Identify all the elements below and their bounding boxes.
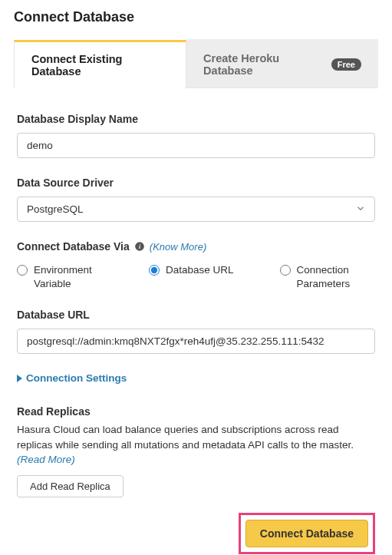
radio-env-input[interactable] bbox=[17, 265, 28, 276]
tab-label: Create Heroku Database bbox=[203, 52, 325, 77]
field-database-url: Database URL bbox=[17, 309, 375, 354]
field-connect-via: Connect Database Via i (Know More) Envir… bbox=[17, 240, 375, 290]
driver-label: Data Source Driver bbox=[17, 177, 375, 189]
read-replicas-desc: Hasura Cloud can load balance queries an… bbox=[17, 422, 375, 467]
display-name-label: Database Display Name bbox=[17, 113, 375, 125]
caret-right-icon bbox=[17, 375, 23, 382]
radio-url-label: Database URL bbox=[166, 263, 234, 277]
field-display-name: Database Display Name bbox=[17, 113, 375, 158]
connect-via-label: Connect Database Via bbox=[17, 240, 130, 253]
info-icon: i bbox=[134, 241, 145, 252]
field-driver: Data Source Driver PostgreSQL bbox=[17, 177, 375, 222]
display-name-input[interactable] bbox=[17, 133, 375, 158]
read-replicas-title: Read Replicas bbox=[17, 405, 375, 418]
highlight-frame: Connect Database bbox=[239, 513, 375, 554]
footer: Connect Database bbox=[17, 513, 375, 554]
database-url-label: Database URL bbox=[17, 309, 375, 321]
driver-select[interactable]: PostgreSQL bbox=[17, 197, 375, 222]
radio-database-url[interactable]: Database URL bbox=[149, 263, 234, 290]
tabs: Connect Existing Database Create Heroku … bbox=[14, 39, 378, 88]
connection-settings-label: Connection Settings bbox=[26, 372, 127, 384]
read-more-link[interactable]: (Read More) bbox=[17, 454, 75, 465]
radio-url-input[interactable] bbox=[149, 265, 160, 276]
know-more-link[interactable]: (Know More) bbox=[150, 241, 206, 253]
tab-label: Connect Existing Database bbox=[31, 53, 169, 78]
tab-create-heroku[interactable]: Create Heroku Database Free bbox=[186, 39, 378, 88]
connection-settings-toggle[interactable]: Connection Settings bbox=[17, 372, 375, 384]
page-title: Connect Database bbox=[14, 9, 378, 25]
radio-params-input[interactable] bbox=[280, 265, 291, 276]
read-replicas-section: Read Replicas Hasura Cloud can load bala… bbox=[17, 405, 375, 497]
add-read-replica-button[interactable]: Add Read Replica bbox=[17, 475, 124, 497]
form-area: Database Display Name Data Source Driver… bbox=[14, 88, 378, 555]
svg-marker-2 bbox=[17, 375, 22, 382]
radio-connection-params[interactable]: Connection Parameters bbox=[280, 263, 366, 290]
radio-group: Environment Variable Database URL Connec… bbox=[17, 260, 375, 290]
free-badge: Free bbox=[331, 58, 361, 71]
tab-connect-existing[interactable]: Connect Existing Database bbox=[14, 40, 186, 88]
connect-database-button[interactable]: Connect Database bbox=[245, 520, 368, 547]
database-url-input[interactable] bbox=[17, 329, 375, 354]
radio-env-label: Environment Variable bbox=[34, 263, 103, 290]
radio-env-variable[interactable]: Environment Variable bbox=[17, 263, 103, 290]
radio-params-label: Connection Parameters bbox=[297, 263, 366, 290]
